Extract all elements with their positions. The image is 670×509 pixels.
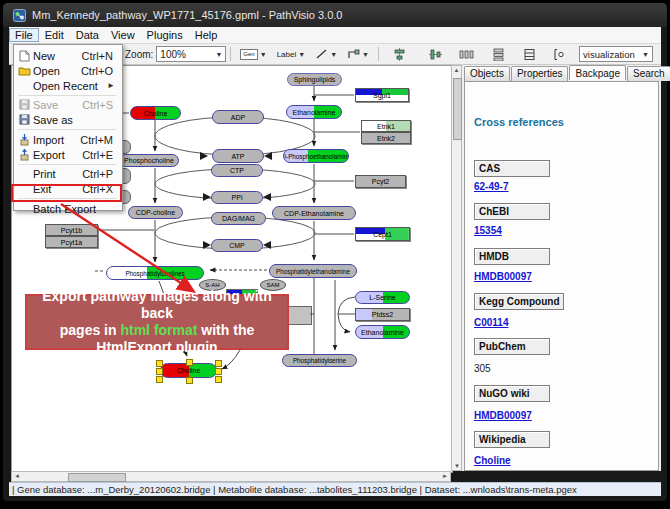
- node-sphingolipids[interactable]: Sphingolipids: [287, 73, 342, 86]
- node-phosphatidylethanolamine[interactable]: Phosphatidylethanolamine: [269, 264, 357, 278]
- canvas-vertical-scrollbar[interactable]: ▲ ▼: [451, 65, 462, 471]
- xref-header-hmdb: HMDB: [474, 248, 550, 265]
- file-menu-print[interactable]: PrintCtrl+P: [15, 166, 119, 181]
- file-menu-open-recent[interactable]: Open Recent►: [15, 78, 119, 93]
- status-text: | Gene database: ...m_Derby_20120602.bri…: [12, 484, 577, 495]
- file-menu-import[interactable]: ImportCtrl+M: [15, 132, 119, 147]
- menu-help[interactable]: Help: [189, 28, 224, 42]
- node-dag-mag[interactable]: DAG/MAG: [211, 212, 266, 225]
- file-menu-batch-export[interactable]: Batch Export: [15, 201, 119, 216]
- tab-objects[interactable]: Objects: [464, 66, 510, 81]
- selection-handle[interactable]: [215, 368, 222, 375]
- tab-backpage[interactable]: Backpage: [569, 65, 625, 80]
- submenu-arrow-icon: ►: [107, 81, 115, 90]
- node-phosphatidylserine[interactable]: Phosphatidylserine: [282, 354, 357, 367]
- node-l-serine[interactable]: L-Serine: [355, 291, 410, 304]
- xref-link-cas[interactable]: 62-49-7: [474, 181, 508, 192]
- node-cdp-ethanolamine[interactable]: CDP-Ethanolamine: [272, 206, 356, 220]
- stack-button[interactable]: [519, 45, 540, 63]
- xref-header-nugo: NuGO wiki: [474, 385, 550, 402]
- file-menu-new[interactable]: NewCtrl+N: [15, 48, 119, 63]
- xref-header-cas: CAS: [474, 160, 550, 177]
- align-middle-button[interactable]: [425, 45, 446, 63]
- visualization-combobox[interactable]: visualization ▼: [579, 46, 653, 62]
- distribute-horizontal-button[interactable]: [455, 45, 478, 63]
- node-etnk2[interactable]: Etnk2: [361, 132, 411, 144]
- menu-view[interactable]: View: [105, 28, 141, 42]
- distribute-vertical-button[interactable]: [487, 45, 510, 63]
- file-menu-save-as[interactable]: Save as: [15, 112, 119, 127]
- batch-export-highlight: [11, 184, 122, 202]
- chevron-down-icon: ▼: [260, 51, 267, 58]
- node-ptdss2[interactable]: Ptdss2: [355, 308, 410, 321]
- selection-handle[interactable]: [156, 368, 163, 375]
- node-o-phosphoethanolamine[interactable]: O-Phosphoethanolamine: [283, 149, 349, 163]
- node-phosphocholine[interactable]: Phosphocholine: [119, 154, 179, 167]
- file-menu-open[interactable]: OpenCtrl+O: [15, 63, 119, 78]
- status-bar: | Gene database: ...m_Derby_20120602.bri…: [9, 482, 661, 496]
- backpage-content: Cross references CAS 62-49-7 ChEBI 15354…: [464, 81, 659, 471]
- menu-edit[interactable]: Edit: [39, 28, 70, 42]
- file-menu-export[interactable]: ExportCtrl+E: [15, 147, 119, 162]
- node-ethanolamine-bottom[interactable]: Ethanolamine: [355, 325, 410, 339]
- canvas-horizontal-scrollbar[interactable]: ◄ ►: [11, 471, 451, 482]
- tab-properties[interactable]: Properties: [511, 66, 569, 81]
- node-adp[interactable]: ADP: [212, 110, 264, 124]
- zoom-combobox[interactable]: 100% ▼: [156, 46, 226, 62]
- scroll-down-icon[interactable]: ▼: [454, 463, 460, 469]
- file-menu-save[interactable]: SaveCtrl+S: [15, 97, 119, 112]
- selection-handle[interactable]: [156, 376, 163, 383]
- save-icon: [15, 99, 33, 110]
- node-ethanolamine-top[interactable]: Ethanolamine: [286, 105, 342, 119]
- chevron-down-icon: ▼: [642, 51, 649, 58]
- selection-handle[interactable]: [186, 359, 193, 366]
- selection-handle[interactable]: [186, 377, 193, 384]
- xref-link-chebi[interactable]: 15354: [474, 225, 502, 236]
- xref-header-chebi: ChEBI: [474, 203, 550, 220]
- node-pcyt1b[interactable]: Pcyt1b: [45, 224, 98, 236]
- node-atp[interactable]: ATP: [212, 149, 264, 163]
- horizontal-scroll-thumb[interactable]: [68, 473, 126, 482]
- scroll-right-icon[interactable]: ►: [442, 473, 448, 479]
- selection-handle[interactable]: [215, 360, 222, 367]
- xref-link-hmdb[interactable]: HMDB00097: [474, 271, 532, 282]
- menu-file[interactable]: File: [9, 28, 39, 42]
- new-file-icon: [15, 50, 33, 62]
- xref-link-kegg[interactable]: C00114: [474, 317, 508, 328]
- new-element-window-button[interactable]: [549, 45, 570, 63]
- node-cept1[interactable]: Cept1: [355, 227, 410, 241]
- node-ctp[interactable]: CTP: [211, 164, 263, 177]
- add-label-button[interactable]: Label ▼: [273, 45, 310, 63]
- connector-tool-button[interactable]: ▼: [343, 45, 373, 63]
- scroll-left-icon[interactable]: ◄: [14, 473, 20, 479]
- tab-search[interactable]: Search: [627, 66, 670, 81]
- node-pcyt2[interactable]: Pcyt2: [355, 175, 406, 188]
- distribute-vertical-icon: [491, 48, 506, 61]
- add-gene-node-button[interactable]: Gen ▼: [236, 45, 270, 63]
- align-middle-icon: [429, 48, 442, 61]
- node-cmp[interactable]: CMP: [211, 239, 263, 252]
- node-pcyt1a[interactable]: Pcyt1a: [45, 236, 98, 248]
- chevron-down-icon: ▼: [215, 51, 222, 58]
- xref-link-nugo[interactable]: HMDB00097: [474, 410, 532, 421]
- chevron-down-icon: ▼: [298, 51, 305, 58]
- selection-handle[interactable]: [156, 360, 163, 367]
- line-tool-button[interactable]: ▼: [311, 45, 341, 63]
- align-center-button[interactable]: [389, 45, 410, 63]
- export-icon: [15, 149, 33, 161]
- annotation-callout: Export pathway images along with back pa…: [25, 294, 289, 350]
- node-cdp-choline[interactable]: CDP-choline: [128, 206, 183, 219]
- node-phosphatidylcholines[interactable]: Phosphatidylcholines: [106, 266, 204, 280]
- xref-link-wikipedia[interactable]: Choline: [474, 455, 511, 466]
- node-ppi[interactable]: PPi: [211, 191, 263, 204]
- node-sgpl1[interactable]: Sgpl1: [355, 88, 409, 102]
- node-etnk1[interactable]: Etnk1: [361, 120, 411, 132]
- menu-data[interactable]: Data: [70, 28, 105, 42]
- node-choline-top[interactable]: Choline: [130, 106, 181, 120]
- selection-handle[interactable]: [215, 376, 222, 383]
- vertical-scroll-thumb[interactable]: [453, 78, 462, 140]
- stack-icon: [523, 48, 536, 61]
- menu-plugins[interactable]: Plugins: [141, 28, 189, 42]
- scroll-up-icon[interactable]: ▲: [452, 67, 461, 73]
- title-bar[interactable]: Mm_Kennedy_pathway_WP1771_45176.gpml - P…: [3, 3, 667, 27]
